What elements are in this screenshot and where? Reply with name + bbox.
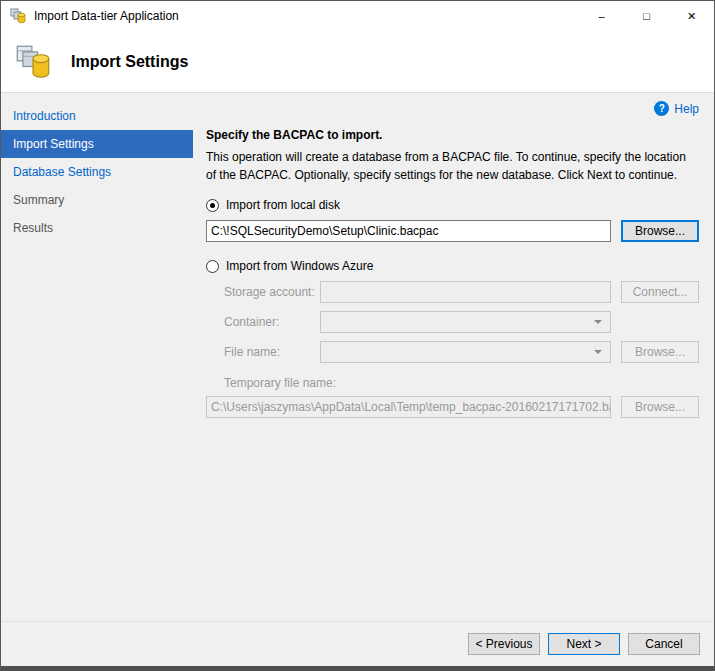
minimize-icon[interactable]: –	[579, 1, 624, 31]
next-button[interactable]: Next >	[548, 633, 620, 655]
sidebar-item-label: Results	[13, 221, 53, 235]
import-settings-panel: ? Help Specify the BACPAC to import. Thi…	[193, 93, 714, 621]
sidebar-item-results: Results	[1, 214, 193, 242]
temp-browse-button: Browse...	[621, 396, 699, 418]
sidebar-item-introduction[interactable]: Introduction	[1, 102, 193, 130]
file-name-label: File name:	[224, 345, 320, 359]
sidebar-item-label: Introduction	[13, 109, 76, 123]
azure-radio-row: Import from Windows Azure	[206, 259, 699, 273]
maximize-icon[interactable]: □	[624, 1, 669, 31]
window-title: Import Data-tier Application	[34, 9, 179, 23]
app-icon	[10, 8, 26, 24]
help-icon: ?	[654, 101, 669, 116]
chevron-down-icon	[594, 350, 602, 354]
help-label: Help	[674, 102, 699, 116]
section-heading: Specify the BACPAC to import.	[206, 128, 699, 142]
local-disk-radio-row: Import from local disk	[206, 198, 699, 212]
sidebar-item-label: Summary	[13, 193, 64, 207]
sidebar-item-database-settings[interactable]: Database Settings	[1, 158, 193, 186]
temp-file-input: C:\Users\jaszymas\AppData\Local\Temp\tem…	[206, 396, 611, 418]
section-description: This operation will create a database fr…	[206, 148, 699, 184]
sidebar-item-import-settings[interactable]: Import Settings	[1, 130, 193, 158]
local-path-row: Browse...	[206, 220, 699, 242]
azure-radio[interactable]	[206, 260, 219, 273]
container-label: Container:	[224, 315, 320, 329]
wizard-steps-sidebar: Introduction Import Settings Database Se…	[1, 93, 193, 621]
local-disk-radio[interactable]	[206, 199, 219, 212]
window-controls: – □ ✕	[579, 1, 714, 31]
azure-browse-button: Browse...	[621, 341, 699, 363]
help-link[interactable]: ? Help	[654, 101, 699, 116]
import-settings-icon	[15, 44, 51, 80]
storage-account-label: Storage account:	[224, 285, 320, 299]
help-row: ? Help	[206, 101, 699, 116]
wizard-footer: < Previous Next > Cancel	[1, 621, 714, 666]
azure-fields: Storage account: Connect... Container: F…	[224, 273, 699, 363]
previous-button[interactable]: < Previous	[468, 633, 540, 655]
local-disk-radio-label: Import from local disk	[226, 198, 340, 212]
sidebar-item-label: Database Settings	[13, 165, 111, 179]
bacpac-path-input[interactable]	[206, 220, 611, 242]
import-data-tier-application-window: Import Data-tier Application – □ ✕ Impor…	[0, 0, 715, 671]
container-row: Container:	[224, 311, 699, 333]
temp-file-name-label: Temporary file name:	[224, 376, 699, 390]
sidebar-item-label: Import Settings	[13, 137, 94, 151]
wizard-header: Import Settings	[1, 31, 714, 93]
close-icon[interactable]: ✕	[669, 1, 714, 31]
connect-button: Connect...	[621, 281, 699, 303]
page-title: Import Settings	[71, 53, 188, 71]
container-dropdown	[320, 311, 611, 333]
temp-file-row: C:\Users\jaszymas\AppData\Local\Temp\tem…	[206, 396, 699, 418]
storage-account-input	[320, 281, 611, 303]
wizard-body: Introduction Import Settings Database Se…	[1, 93, 714, 621]
file-name-dropdown	[320, 341, 611, 363]
azure-radio-label: Import from Windows Azure	[226, 259, 373, 273]
file-name-row: File name: Browse...	[224, 341, 699, 363]
storage-account-row: Storage account: Connect...	[224, 281, 699, 303]
local-browse-button[interactable]: Browse...	[621, 220, 699, 242]
chevron-down-icon	[594, 320, 602, 324]
cancel-button[interactable]: Cancel	[628, 633, 700, 655]
sidebar-item-summary: Summary	[1, 186, 193, 214]
titlebar: Import Data-tier Application – □ ✕	[1, 1, 714, 31]
